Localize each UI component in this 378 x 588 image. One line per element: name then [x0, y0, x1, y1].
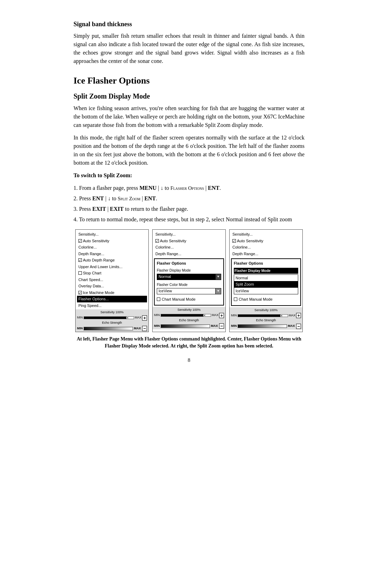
center-panel-title: Flasher Options [157, 260, 221, 266]
center-flasher-display-arrow: ▼ [215, 274, 221, 280]
right-chart-manual: Chart Manual Mode [234, 296, 298, 302]
right-bottom: Sensitivity 100% MIN ✕ MAX + Echo Streng… [230, 307, 302, 330]
center-bar-marker: ✕ [203, 314, 206, 318]
center-bottom-bar: MIN MAX − [154, 323, 224, 329]
left-menu-stop-chart: Stop Chart [77, 270, 147, 277]
center-minus-btn[interactable]: − [219, 323, 224, 329]
ice-flasher-heading: Ice Flasher Options [74, 74, 304, 87]
center-min-label: MIN [154, 313, 160, 318]
left-max2: MAX [134, 326, 141, 331]
left-menu-flasher-options: Flasher Options... [77, 296, 147, 302]
screenshot-right: Sensitivity... Auto Sensitivity Colorlin… [229, 229, 303, 332]
signal-band-body: Simply put, smaller fish return smaller … [74, 32, 304, 65]
left-menu-ping-speed: Ping Speed... [77, 302, 147, 309]
left-color-bar [84, 327, 133, 330]
step-2: 2. Press ENT | ↓ to Split Zoom | ENT. [74, 194, 304, 203]
right-plus-btn[interactable]: + [296, 313, 301, 318]
split-zoom-para2: In this mode, the right half of the flas… [74, 134, 304, 167]
left-menu-chart-speed: Chart Speed... [77, 277, 147, 283]
step-1: 1. From a flasher page, press MENU | ↓ t… [74, 184, 304, 192]
center-bottom: Sensitivity 100% MIN ✕ MAX + Echo Streng… [153, 307, 225, 329]
right-sens-title: Sensitivity 100% [231, 308, 301, 313]
step-4: 4. To return to normal mode, repeat thes… [74, 215, 304, 224]
left-menu-auto-depth: Auto Depth Range [77, 257, 147, 264]
split-zoom-heading: Split Zoom Display Mode [74, 91, 304, 101]
center-color-mode-label: Flasher Color Mode [157, 282, 221, 287]
screenshots-row: Sensitivity... Auto Sensitivity Colorlin… [74, 229, 304, 332]
right-menu-depth-range: Depth Range... [231, 251, 301, 257]
center-bar-fill [161, 314, 203, 316]
center-color-bar [161, 324, 210, 328]
center-flasher-display-dropdown[interactable]: Normal ▼ [157, 274, 221, 280]
left-bar-fill [84, 317, 126, 319]
right-min-label: MIN [231, 313, 237, 318]
right-color-bar [238, 324, 287, 328]
left-auto-depth-check [78, 258, 82, 262]
left-min-label: MIN [77, 315, 83, 320]
left-menu-sensitivity: Sensitivity... [77, 231, 147, 238]
right-dlist-iceview[interactable]: IceView [234, 288, 298, 294]
center-max-label: MAX [212, 313, 219, 318]
right-auto-sens-check [232, 239, 236, 243]
center-plus-btn[interactable]: + [219, 313, 224, 318]
center-max2: MAX [211, 324, 218, 329]
step1-menu: MENU [139, 185, 156, 191]
screenshot-left: Sensitivity... Auto Sensitivity Colorlin… [75, 229, 149, 332]
center-chart-manual-label: Chart Manual Mode [162, 296, 196, 302]
right-dropdown-list: Normal Split Zoom IceView [234, 274, 298, 295]
left-plus-btn[interactable]: + [142, 315, 147, 321]
left-auto-sens-check [78, 239, 82, 243]
right-bar-marker: ✕ [280, 314, 283, 318]
left-menu-ice-machine: Ice Machine Mode [77, 289, 147, 296]
center-menu-auto-sens: Auto Sensitivity [154, 238, 224, 244]
right-chart-manual-label: Chart Manual Mode [239, 296, 273, 302]
caption: At left, Flasher Page Menu with Flasher … [74, 336, 304, 349]
left-menu-colorline: Colorline... [77, 244, 147, 251]
left-menu-area: Sensitivity... Auto Sensitivity Colorlin… [76, 230, 148, 309]
step1-flasher-options: Flasher Options [170, 185, 204, 191]
right-echo-label: Echo Strength [231, 318, 301, 323]
steps-list: 1. From a flasher page, press MENU | ↓ t… [74, 184, 304, 224]
step2-split-zoom: Split Zoom [118, 196, 140, 201]
above-italic: above [283, 151, 296, 157]
right-minus-btn[interactable]: − [296, 324, 301, 329]
caption-bold: At left, Flasher Page Menu with Flasher … [77, 336, 301, 349]
right-max-label: MAX [289, 313, 296, 318]
right-flasher-display-label: Flasher Display Mode [234, 268, 298, 274]
center-color-mode-val: IceView [157, 288, 215, 294]
left-ice-machine-check [78, 291, 82, 294]
to-switch-heading: To switch to Split Zoom: [74, 171, 304, 180]
step3-exit1: EXIT [92, 206, 106, 212]
center-panel: Flasher Options Flasher Display Mode Nor… [154, 258, 224, 306]
step2-ent: ENT [92, 195, 104, 201]
right-min2: MIN [231, 324, 237, 329]
right-bar-row: MIN ✕ MAX + [231, 313, 301, 318]
right-bottom-bar: MIN MAX − [231, 324, 301, 329]
right-bar-track: ✕ [238, 314, 288, 317]
screenshot-center: Sensitivity... Auto Sensitivity Colorlin… [152, 229, 226, 332]
center-bar-track: ✕ [161, 314, 211, 317]
center-menu-area: Sensitivity... Auto Sensitivity Colorlin… [153, 230, 225, 258]
step3-exit2: EXIT [110, 206, 124, 212]
center-flasher-display-val: Normal [157, 274, 215, 280]
right-menu-area: Sensitivity... Auto Sensitivity Colorlin… [230, 230, 302, 258]
right-dlist-normal[interactable]: Normal [234, 275, 298, 281]
center-menu-sensitivity: Sensitivity... [154, 231, 224, 238]
signal-band-heading: Signal band thickness [74, 20, 304, 29]
center-menu-depth-range: Depth Range... [154, 251, 224, 257]
center-echo-label: Echo Strength [154, 318, 224, 323]
left-minus-btn[interactable]: − [142, 326, 147, 331]
left-bottom: Sensitivity 100% MIN ✕ MAX + Echo Streng… [76, 309, 148, 332]
right-max2: MAX [288, 324, 295, 329]
split-zoom-para1: When ice fishing season arrives, you're … [74, 104, 304, 129]
center-auto-sens-check [155, 239, 159, 243]
step1-ent: ENT [208, 185, 219, 191]
left-bar-track: ✕ [84, 316, 134, 319]
left-sens-title: Sensitivity 100% [77, 310, 147, 315]
center-color-mode-dropdown[interactable]: IceView ▼ [157, 288, 221, 294]
center-menu-colorline: Colorline... [154, 244, 224, 251]
center-flasher-display-label: Flasher Display Mode [157, 268, 221, 273]
left-bar-row: MIN ✕ MAX + [77, 315, 147, 321]
right-dlist-split-zoom[interactable]: Split Zoom [234, 281, 298, 288]
left-stop-chart-check [78, 271, 82, 275]
